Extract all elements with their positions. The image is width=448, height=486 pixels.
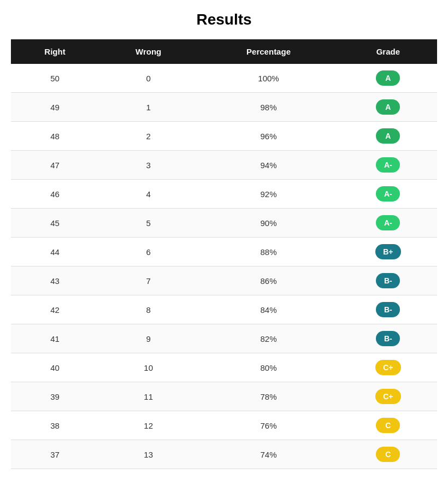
grade-badge: A (376, 99, 400, 115)
table-row: 43786%B- (11, 266, 437, 295)
col-header-percentage: Percentage (198, 39, 339, 64)
table-row: 381276%C (11, 411, 437, 440)
cell-wrong: 2 (99, 122, 198, 151)
cell-right: 42 (11, 295, 99, 324)
cell-wrong: 8 (99, 295, 198, 324)
table-header: Right Wrong Percentage Grade (11, 39, 437, 64)
cell-wrong: 0 (99, 64, 198, 93)
cell-right: 46 (11, 180, 99, 209)
cell-grade: C (339, 411, 437, 440)
grade-badge: A- (376, 215, 400, 230)
cell-percentage: 78% (198, 382, 339, 411)
cell-grade: B- (339, 324, 437, 353)
cell-wrong: 3 (99, 151, 198, 180)
grade-badge: B- (376, 331, 400, 346)
cell-wrong: 10 (99, 353, 198, 382)
grade-badge: C (376, 447, 400, 462)
cell-percentage: 74% (198, 440, 339, 469)
table-row: 46492%A- (11, 180, 437, 209)
table-row: 45590%A- (11, 209, 437, 238)
cell-wrong: 11 (99, 382, 198, 411)
cell-grade: B- (339, 295, 437, 324)
grade-badge: B- (376, 302, 400, 317)
cell-wrong: 5 (99, 209, 198, 238)
cell-right: 40 (11, 353, 99, 382)
cell-grade: A- (339, 180, 437, 209)
cell-wrong: 6 (99, 238, 198, 266)
cell-right: 39 (11, 382, 99, 411)
cell-percentage: 88% (198, 238, 339, 266)
grade-badge: B- (376, 273, 400, 288)
cell-grade: A- (339, 151, 437, 180)
table-row: 44688%B+ (11, 238, 437, 266)
cell-grade: B+ (339, 238, 437, 266)
cell-wrong: 4 (99, 180, 198, 209)
cell-percentage: 86% (198, 266, 339, 295)
cell-percentage: 80% (198, 353, 339, 382)
cell-right: 48 (11, 122, 99, 151)
cell-grade: C+ (339, 382, 437, 411)
cell-percentage: 76% (198, 411, 339, 440)
grade-badge: C+ (375, 389, 400, 404)
cell-grade: A- (339, 209, 437, 238)
cell-percentage: 94% (198, 151, 339, 180)
grade-badge: A- (376, 157, 400, 173)
cell-wrong: 9 (99, 324, 198, 353)
cell-right: 43 (11, 266, 99, 295)
col-header-wrong: Wrong (99, 39, 198, 64)
cell-grade: C+ (339, 353, 437, 382)
results-table: Right Wrong Percentage Grade 500100%A491… (11, 39, 437, 469)
table-row: 42884%B- (11, 295, 437, 324)
grade-badge: A- (376, 186, 400, 201)
cell-right: 45 (11, 209, 99, 238)
cell-grade: B- (339, 266, 437, 295)
grade-badge: C+ (375, 360, 400, 375)
table-row: 47394%A- (11, 151, 437, 180)
cell-right: 37 (11, 440, 99, 469)
cell-right: 44 (11, 238, 99, 266)
table-row: 500100%A (11, 64, 437, 93)
table-row: 49198%A (11, 93, 437, 122)
cell-wrong: 7 (99, 266, 198, 295)
table-body: 500100%A49198%A48296%A47394%A-46492%A-45… (11, 64, 437, 469)
cell-grade: A (339, 122, 437, 151)
cell-right: 41 (11, 324, 99, 353)
cell-wrong: 1 (99, 93, 198, 122)
table-row: 371374%C (11, 440, 437, 469)
cell-right: 50 (11, 64, 99, 93)
cell-wrong: 12 (99, 411, 198, 440)
grade-badge: B+ (375, 244, 400, 259)
page-title: Results (11, 11, 437, 28)
cell-percentage: 90% (198, 209, 339, 238)
cell-percentage: 100% (198, 64, 339, 93)
cell-percentage: 96% (198, 122, 339, 151)
cell-right: 38 (11, 411, 99, 440)
table-row: 401080%C+ (11, 353, 437, 382)
col-header-right: Right (11, 39, 99, 64)
cell-grade: C (339, 440, 437, 469)
grade-badge: C (376, 418, 400, 433)
cell-percentage: 92% (198, 180, 339, 209)
cell-percentage: 82% (198, 324, 339, 353)
cell-right: 47 (11, 151, 99, 180)
cell-wrong: 13 (99, 440, 198, 469)
cell-grade: A (339, 93, 437, 122)
grade-badge: A (376, 128, 400, 144)
table-row: 41982%B- (11, 324, 437, 353)
cell-percentage: 98% (198, 93, 339, 122)
table-row: 48296%A (11, 122, 437, 151)
cell-grade: A (339, 64, 437, 93)
cell-percentage: 84% (198, 295, 339, 324)
grade-badge: A (376, 70, 400, 86)
col-header-grade: Grade (339, 39, 437, 64)
table-row: 391178%C+ (11, 382, 437, 411)
cell-right: 49 (11, 93, 99, 122)
